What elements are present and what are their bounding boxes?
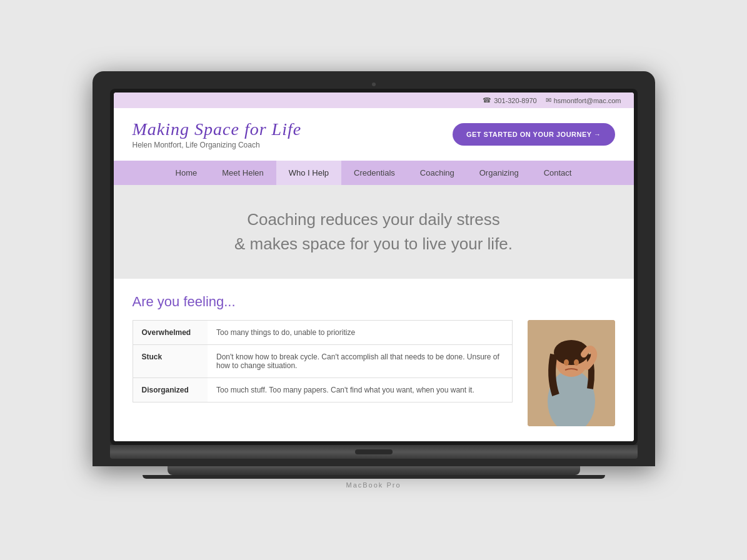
feeling-table-wrap: Overwhelmed Too many things to do, unabl…: [133, 320, 513, 402]
hero-section: Coaching reduces your daily stress & mak…: [114, 185, 634, 279]
svg-point-4: [564, 359, 569, 366]
contact-info: ☎ 301-320-8970 ✉ hsmontfort@mac.com: [483, 96, 621, 104]
top-bar: ☎ 301-320-8970 ✉ hsmontfort@mac.com: [114, 92, 634, 108]
navigation: Home Meet Helen Who I Help Credentials C…: [114, 161, 634, 185]
laptop-frame: ☎ 301-320-8970 ✉ hsmontfort@mac.com Maki…: [93, 71, 655, 466]
screen-bezel: ☎ 301-320-8970 ✉ hsmontfort@mac.com Maki…: [110, 89, 638, 445]
table-row: Stuck Don't know how to break cycle. Can…: [133, 345, 512, 378]
desc-stuck: Don't know how to break cycle. Can't acc…: [208, 345, 512, 378]
email-info: ✉ hsmontfort@mac.com: [546, 96, 621, 104]
desc-overwhelmed: Too many things to do, unable to priorit…: [208, 321, 512, 345]
phone-icon: ☎: [483, 96, 491, 104]
macbook-label: MacBook Pro: [93, 481, 655, 489]
hero-headline: Coaching reduces your daily stress & mak…: [133, 208, 615, 256]
email-address: hsmontfort@mac.com: [554, 97, 621, 104]
hero-line2: & makes space for you to live your life.: [234, 234, 513, 253]
phone-number: 301-320-8970: [494, 97, 537, 104]
laptop-container: ☎ 301-320-8970 ✉ hsmontfort@mac.com Maki…: [93, 71, 655, 489]
term-overwhelmed: Overwhelmed: [133, 321, 208, 345]
laptop-base: [110, 445, 638, 459]
screen: ☎ 301-320-8970 ✉ hsmontfort@mac.com Maki…: [114, 92, 634, 441]
feeling-table: Overwhelmed Too many things to do, unabl…: [133, 320, 513, 402]
term-disorganized: Disorganized: [133, 378, 208, 402]
feeling-section: Overwhelmed Too many things to do, unabl…: [133, 320, 615, 426]
content-section: Are you feeling... Overwhelmed Too many …: [114, 279, 634, 441]
site-title: Making Space for Life: [133, 119, 302, 139]
header: Making Space for Life Helen Montfort, Li…: [114, 108, 634, 161]
svg-point-5: [574, 359, 579, 366]
nav-item-organizing[interactable]: Organizing: [467, 161, 531, 185]
nav-item-home[interactable]: Home: [163, 161, 210, 185]
table-row: Disorganized Too much stuff. Too many pa…: [133, 378, 512, 402]
camera-dot: [372, 82, 376, 86]
phone-info: ☎ 301-320-8970: [483, 96, 537, 104]
logo-area: Making Space for Life Helen Montfort, Li…: [133, 119, 302, 149]
email-icon: ✉: [546, 96, 551, 104]
nav-item-contact[interactable]: Contact: [531, 161, 584, 185]
nav-item-coaching[interactable]: Coaching: [408, 161, 467, 185]
site-subtitle: Helen Montfort, Life Organizing Coach: [133, 141, 302, 149]
cta-button[interactable]: GET STARTED ON YOUR JOURNEY →: [453, 123, 615, 146]
trackpad-notch: [355, 449, 393, 454]
hero-line1: Coaching reduces your daily stress: [247, 210, 500, 229]
feeling-image: [528, 320, 615, 426]
nav-item-credentials[interactable]: Credentials: [341, 161, 408, 185]
woman-illustration: [528, 320, 615, 426]
desc-disorganized: Too much stuff. Too many papers. Can't f…: [208, 378, 512, 402]
section-heading: Are you feeling...: [133, 294, 615, 310]
term-stuck: Stuck: [133, 345, 208, 378]
laptop-foot: [143, 475, 605, 479]
nav-item-who-i-help[interactable]: Who I Help: [276, 161, 341, 185]
laptop-stand: [168, 466, 580, 475]
nav-item-meet-helen[interactable]: Meet Helen: [209, 161, 276, 185]
table-row: Overwhelmed Too many things to do, unabl…: [133, 321, 512, 345]
